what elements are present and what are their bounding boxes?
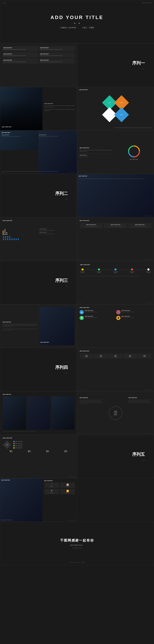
footer-right-13: add your website xyxy=(146,302,152,303)
large-text-left: ADD YOUR TEXT Here you can either enter … xyxy=(2,307,38,345)
city-img-1 xyxy=(2,396,26,430)
city-2-title: ADD YOUR TEXT xyxy=(79,176,87,176)
bar-1 xyxy=(2,231,4,235)
tablet-icon: 📱 xyxy=(116,316,120,320)
steps-row: ADDHERE ADDHERE ADDHERE ADDHERE ADDHERE xyxy=(79,354,152,358)
icon-box-3: ADD YOUR TEXT Here you can add your text… xyxy=(128,223,152,228)
final-subtitle: 素材千图网 设计师： xyxy=(70,544,84,546)
label-row-1: ADD YOUR TEXT xyxy=(13,441,75,442)
icon-text-3: ADD YOUR TEXT Here you can add your text… xyxy=(85,316,97,318)
icons-grid: ☁ ADD YOUR TEXT Here you can add your te… xyxy=(79,310,152,320)
slide-section-one: 序列一 → xyxy=(77,44,154,87)
timeline-item-3: ADD YOURTEXT xyxy=(113,268,118,273)
icon-boxes-title: ADD YOUR TEXT xyxy=(79,220,152,221)
timeline-desc: Here you can either enter the relevant t… xyxy=(80,276,151,277)
timeline-dots-row: ADD YOURTEXT ADD YOURTEXT ADD YOURTEXT A… xyxy=(80,268,151,273)
final-url: www.58pic.com xyxy=(72,547,82,549)
step-4: ADDHERE xyxy=(123,354,137,358)
slide-img-icons-right: ADD YOUR TEXT Here you can enter relevan… xyxy=(0,478,77,522)
text-box-4: ADD YOUR TEXT Here you can add your text… xyxy=(39,52,75,58)
right-icon-2: 📅 ADD TEXT xyxy=(60,482,75,488)
slide-colored-icons: ADD YOUR TEXT ☁ ADD YOUR TEXT Here you c… xyxy=(77,304,154,348)
diamond-title: ADD YOUR TEXT xyxy=(79,89,88,90)
slide-people-chart: ADD YOUR TEXT xyxy=(0,218,77,261)
section-two-arrow: → xyxy=(65,198,68,201)
footer-left-9: LOGO xyxy=(79,216,81,216)
text-box-6: ADD YOUR TEXT Here you can add your text… xyxy=(39,58,75,64)
person-icons: 👤 👤 👤 👤 👤 👤 👤 👤 👤 👤 👤 👤 xyxy=(2,236,38,240)
icon-text-4: ADD YOUR TEXT Here you can add your text… xyxy=(121,316,134,318)
footer-left-6: LOGO xyxy=(2,172,4,173)
icon-text-2: ADD YOUR TEXT Here you can add your text… xyxy=(121,310,134,312)
three-images-row xyxy=(2,396,75,430)
large-text-right-img: ADD YOUR TEXT → xyxy=(39,307,75,345)
report-date: 汇报时间：2017年9月 xyxy=(60,26,77,29)
city-2-text: Here you can either enter the relevant t… xyxy=(79,178,152,180)
diamond-desc: Here you can enter the relevant text int… xyxy=(115,127,152,128)
section-five-arrow: → xyxy=(142,458,145,462)
label-row-2: ADD YOUR TEXT xyxy=(13,443,75,444)
sub-labels-row: 数字1 说明文字 数字2 说明文字 数字3 说明文字 数字4 说明文字 xyxy=(2,450,75,453)
labels-list: ADD YOUR TEXT ADD YOUR TEXT ADD YOUR TEX… xyxy=(13,441,75,448)
slide-timeline: ADD YOUR TEXT ADD YOURTEXT ADD YOURTEXT … xyxy=(77,261,154,304)
step-3: ADDHERE xyxy=(109,354,122,358)
city-img-3 xyxy=(51,396,75,430)
slide-section-five: 序列五 → xyxy=(77,435,154,478)
title-divider: ✦ · ✦ xyxy=(74,22,80,25)
slide-title: LOGO add your website ADD YOUR TITLE ✦ ·… xyxy=(0,0,154,44)
steps-title: ADD YOUR TEXT xyxy=(79,350,152,352)
timeline-item-1: ADD YOURTEXT xyxy=(80,268,85,273)
slide-section-four: 序列四 → xyxy=(0,348,77,391)
user-icon: 👤 xyxy=(116,310,120,314)
icon-boxes-row: ADD YOUR TEXT Here you can add your text… xyxy=(79,223,152,228)
img-desc: Here you can enter relevant text xyxy=(1,520,41,520)
chart-right-text: ADD YOUR TEXT Here you can add your text… xyxy=(39,223,75,240)
diamond-labels-title: ADD YOUR TEXT xyxy=(2,437,75,439)
right-icon-1: 📱 ADD TEXT xyxy=(44,482,59,488)
section-three-title: 序列三 xyxy=(55,278,68,283)
diamond-labels-content: ADDYOUR ADD YOUR TEXT ADD YOUR TEXT ADD … xyxy=(2,440,75,449)
timeline-item-5: ADD YOURTEXT xyxy=(146,268,151,273)
slide-icon-boxes: ADD YOUR TEXT ADD YOUR TEXT Here you can… xyxy=(77,218,154,261)
footer-left-11: LOGO xyxy=(79,259,81,260)
add-text-circle-right: ADD YOUR TEXT Here you can either enter … xyxy=(128,394,152,432)
icon-item-1: ☁ ADD YOUR TEXT Here you can add your te… xyxy=(79,310,115,314)
text-box-1: ADD YOUR TEXT Here you can add your text… xyxy=(2,46,38,51)
right-icon-4: 📶 ADD TEXT xyxy=(60,489,75,494)
footer-left-17: LOGO xyxy=(79,389,81,390)
diamond-blue: TEXT xyxy=(114,107,129,122)
three-images-desc: Here you can either enter the relevant t… xyxy=(2,431,75,432)
icon-item-3: 💬 ADD YOUR TEXT Here you can add your te… xyxy=(79,316,115,320)
footer-left-19: LOGO xyxy=(79,433,81,434)
slide-city-1: ADD YOUR TEXT → ADD YOUR TEXT Here you c… xyxy=(0,87,77,130)
timeline-title: ADD YOUR TEXT xyxy=(80,264,151,266)
bar-3 xyxy=(6,232,7,235)
right-icon-3: 📍 ADD TEXT xyxy=(44,489,59,494)
footer-left-22: LOGO xyxy=(2,520,4,521)
people-chart-title: ADD YOUR TEXT xyxy=(2,220,75,221)
three-col-content: ADD YOUR TEXT Here you can add your text… xyxy=(2,134,75,137)
center-diamond: ADDYOUR xyxy=(2,440,11,449)
circle-left-text: ADD YOUR TEXT Here you can either enter … xyxy=(79,133,115,171)
sub-label-4: 数字4 说明文字 xyxy=(58,450,75,453)
img-icons-left-img: ADD YOUR TEXT Here you can enter relevan… xyxy=(0,478,42,522)
icon-box-1: ADD YOUR TEXT Here you can add your text… xyxy=(79,223,103,228)
diamond-grid: TEXT TEXT TEXT xyxy=(104,97,127,120)
circle-chart-area: ADD YOUR TEXT xyxy=(116,133,152,171)
icon-item-4: 📱 ADD YOUR TEXT Here you can add your te… xyxy=(116,316,152,320)
slide-section-three: 序列三 → xyxy=(0,261,77,304)
city-2-bg xyxy=(77,174,154,217)
footer-right-6: add your website xyxy=(69,172,75,173)
circle-chart-svg xyxy=(127,144,141,158)
sub-label-1: 数字1 说明文字 xyxy=(2,450,20,453)
section-one-arrow: → xyxy=(142,67,145,70)
cloud-icon: ☁ xyxy=(79,310,84,314)
sub-label-2: 数字2 说明文字 xyxy=(21,450,38,453)
footer-right-22: add your website xyxy=(69,520,75,521)
slide-final: 千图网感谢一起有你 素材千图网 设计师： www.58pic.com 素材千图网… xyxy=(0,522,154,565)
slide-city-text-3col: ADD YOUR TEXT ADD YOUR TEXT Here you can… xyxy=(0,130,77,174)
icon-box-2: ADD YOUR TEXT Here you can add your text… xyxy=(104,223,127,228)
text-boxes-grid: ADD YOUR TEXT Here you can add your text… xyxy=(2,46,75,64)
section-two-title: 序列二 xyxy=(55,191,68,196)
final-footer: 素材千图网 | 设计师：千图网 xyxy=(69,562,85,563)
